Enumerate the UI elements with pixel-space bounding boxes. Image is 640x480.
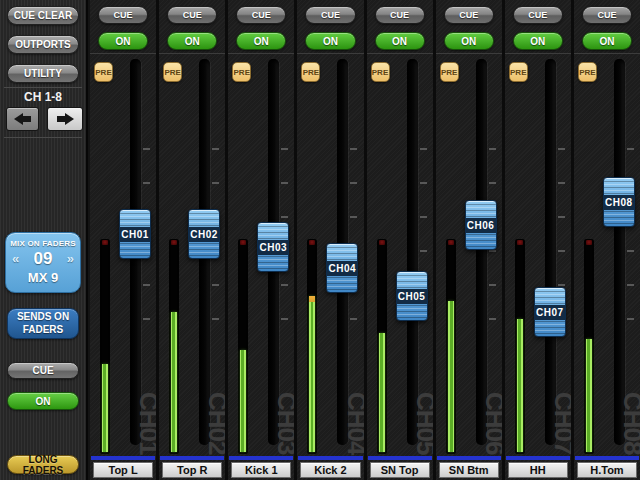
fader-cap[interactable]: CH01: [119, 209, 151, 259]
fader-cap-label: CH04: [327, 261, 357, 276]
channel-name[interactable]: SN Top: [370, 462, 430, 478]
fader-scale-tick: [350, 182, 357, 184]
mix-on-faders-panel[interactable]: MIX ON FADERS « 09 » MX 9: [5, 232, 81, 293]
fader-scale-tick: [350, 318, 357, 320]
pre-badge[interactable]: PRE: [232, 62, 251, 82]
pre-badge[interactable]: PRE: [440, 62, 459, 82]
fader-cap[interactable]: CH05: [396, 271, 428, 321]
fader-track: [545, 59, 556, 445]
meter-fill: [240, 350, 246, 452]
fader-scale-tick: [558, 216, 565, 218]
channel-ghost-label: CH04: [344, 392, 364, 456]
on-button[interactable]: ON: [513, 32, 563, 50]
pre-badge[interactable]: PRE: [163, 62, 182, 82]
channel-strip: CUE ON PRE CH03 CH03 Kick 1: [228, 0, 294, 480]
cue-button[interactable]: CUE: [305, 6, 355, 24]
channel-name[interactable]: SN Btm: [439, 462, 499, 478]
strip-divider: [367, 53, 433, 54]
master-on-button[interactable]: ON: [7, 392, 79, 410]
strip-divider: [90, 53, 156, 54]
sidebar: CUE CLEAR OUTPORTS UTILITY CH 1-8 MIX ON…: [0, 0, 88, 480]
sends-on-faders-button[interactable]: SENDS ONFADERS: [7, 308, 79, 339]
channel-accent-line: [506, 456, 570, 460]
on-button[interactable]: ON: [582, 32, 632, 50]
fader-scale-tick: [489, 250, 496, 252]
channel-strip: CUE ON PRE CH08 CH08 H.Tom: [574, 0, 640, 480]
fader-scale-tick: [143, 284, 150, 286]
meter-fill: [171, 312, 177, 452]
channel-name[interactable]: H.Tom: [577, 462, 637, 478]
level-meter: [307, 239, 317, 454]
channel-accent-line: [437, 456, 501, 460]
channel-ghost-label: CH02: [205, 392, 225, 456]
channel-name[interactable]: Kick 1: [231, 462, 291, 478]
fader-track: [407, 59, 418, 445]
outports-button[interactable]: OUTPORTS: [7, 35, 79, 54]
fader-cap[interactable]: CH06: [465, 200, 497, 250]
clip-led-icon: [240, 240, 246, 245]
mix-prev-chevron-icon[interactable]: «: [12, 248, 19, 270]
level-meter: [238, 239, 248, 454]
channel-strip: CUE ON PRE CH01 CH01 Top L: [90, 0, 156, 480]
fader-cap[interactable]: CH03: [257, 222, 289, 272]
cue-button[interactable]: CUE: [444, 6, 494, 24]
fader-scale-tick: [420, 182, 427, 184]
channel-accent-line: [160, 456, 224, 460]
fader-scale-tick: [420, 148, 427, 150]
fader-scale-tick: [281, 284, 288, 286]
mix-next-chevron-icon[interactable]: »: [67, 248, 74, 270]
pre-badge[interactable]: PRE: [509, 62, 528, 82]
cue-button[interactable]: CUE: [167, 6, 217, 24]
on-button[interactable]: ON: [375, 32, 425, 50]
on-button[interactable]: ON: [98, 32, 148, 50]
fader-cap[interactable]: CH08: [603, 177, 635, 227]
on-button[interactable]: ON: [444, 32, 494, 50]
bank-next-button[interactable]: [47, 107, 83, 131]
fader-cap[interactable]: CH04: [326, 243, 358, 293]
utility-button[interactable]: UTILITY: [7, 64, 79, 83]
pre-badge[interactable]: PRE: [94, 62, 113, 82]
on-button[interactable]: ON: [167, 32, 217, 50]
channel-accent-line: [298, 456, 362, 460]
fader-scale-tick: [558, 182, 565, 184]
fader-scale-tick: [558, 148, 565, 150]
mixer-app: CUE CLEAR OUTPORTS UTILITY CH 1-8 MIX ON…: [0, 0, 640, 480]
fader-cap-label: CH01: [120, 227, 150, 242]
fader-cap-label: CH05: [397, 289, 427, 304]
sidebar-divider: [4, 87, 82, 88]
fader-scale-tick: [143, 318, 150, 320]
pre-badge[interactable]: PRE: [371, 62, 390, 82]
pre-badge[interactable]: PRE: [578, 62, 597, 82]
fader-scale-tick: [212, 148, 219, 150]
fader-scale-tick: [212, 182, 219, 184]
clip-led-icon: [517, 240, 523, 245]
long-faders-button[interactable]: LONG FADERS: [7, 455, 79, 474]
level-meter: [446, 239, 456, 454]
fader-cap[interactable]: CH02: [188, 209, 220, 259]
fader-scale-tick: [489, 318, 496, 320]
channel-name[interactable]: Top L: [93, 462, 153, 478]
cue-button[interactable]: CUE: [375, 6, 425, 24]
on-button[interactable]: ON: [305, 32, 355, 50]
channel-name[interactable]: Kick 2: [300, 462, 360, 478]
on-button[interactable]: ON: [236, 32, 286, 50]
cue-clear-button[interactable]: CUE CLEAR: [7, 6, 79, 25]
pre-badge[interactable]: PRE: [301, 62, 320, 82]
fader-track: [476, 59, 487, 445]
channel-ghost-label: CH03: [274, 392, 294, 456]
channel-name[interactable]: Top R: [162, 462, 222, 478]
channel-ghost-label: CH08: [620, 392, 640, 456]
bank-prev-button[interactable]: [6, 107, 39, 131]
channel-name[interactable]: HH: [508, 462, 568, 478]
meter-fill: [517, 319, 523, 452]
fader-scale-tick: [350, 216, 357, 218]
cue-button[interactable]: CUE: [98, 6, 148, 24]
cue-button[interactable]: CUE: [236, 6, 286, 24]
channel-accent-line: [91, 456, 155, 460]
master-cue-button[interactable]: CUE: [7, 362, 79, 379]
cue-button[interactable]: CUE: [582, 6, 632, 24]
cue-button[interactable]: CUE: [513, 6, 563, 24]
strip-divider: [297, 53, 363, 54]
fader-cap[interactable]: CH07: [534, 287, 566, 337]
fader-scale-tick: [281, 216, 288, 218]
